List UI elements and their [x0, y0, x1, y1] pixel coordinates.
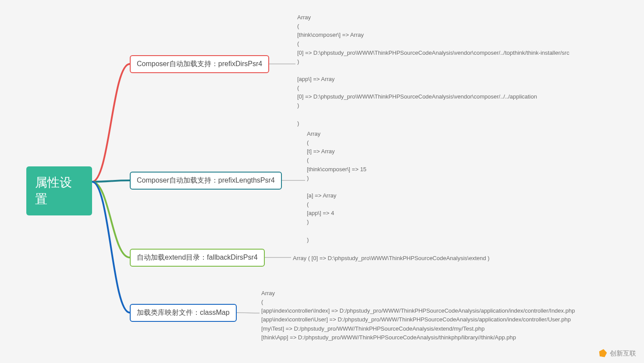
watermark-text: 创新互联: [610, 349, 636, 358]
connector-root-b2: [92, 180, 130, 182]
connector-root-b3: [92, 182, 130, 257]
leaf-text-b2: Array ( [t] => Array ( [think\composer\]…: [307, 130, 366, 244]
watermark: 创新互联: [598, 349, 636, 358]
leaf-text-b4: Array ( [app\index\controller\Index] => …: [261, 289, 575, 342]
branch-node-b3[interactable]: 自动加载extend目录：fallbackDirsPsr4: [130, 249, 265, 267]
branch-node-b1[interactable]: Composer自动加载支持：prefixDirsPsr4: [130, 55, 269, 73]
connector-root-b4: [92, 182, 130, 313]
root-node[interactable]: 属性设置: [26, 166, 92, 215]
branch-label: 加载类库映射文件：classMap: [137, 309, 230, 316]
logo-icon: [598, 348, 608, 358]
leaf-text-b1: Array ( [think\composer\] => Array ( [0]…: [297, 13, 569, 128]
branch-node-b4[interactable]: 加载类库映射文件：classMap: [130, 304, 237, 322]
branch-label: Composer自动加载支持：prefixDirsPsr4: [137, 60, 262, 67]
connector-leaf-b4: [237, 313, 260, 313]
branch-label: 自动加载extend目录：fallbackDirsPsr4: [137, 254, 258, 261]
branch-node-b2[interactable]: Composer自动加载支持：prefixLengthsPsr4: [130, 172, 282, 190]
branch-label: Composer自动加载支持：prefixLengthsPsr4: [137, 176, 275, 184]
connector-root-b1: [92, 64, 130, 182]
leaf-text-b3: Array ( [0] => D:\phpstudy_pro\WWW\Think…: [293, 254, 490, 263]
